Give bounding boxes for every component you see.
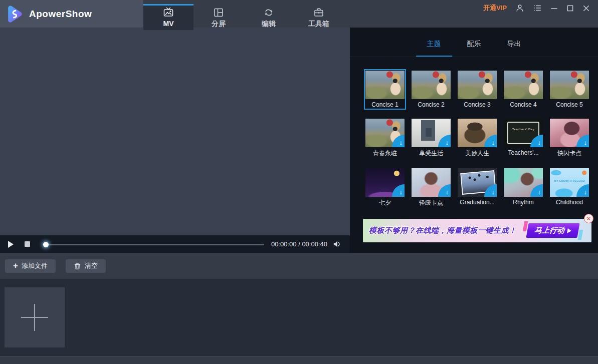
theme-item-childhood[interactable]: MY GROWTH RECORD Childhood [548, 167, 590, 209]
progress-thumb[interactable] [43, 242, 49, 247]
brand: ApowerShow [0, 0, 143, 28]
theme-item-wonderful-life[interactable]: 美妙人生 [456, 117, 498, 159]
theme-label: Concise 1 [365, 101, 405, 108]
theme-item-teachers-day[interactable]: Teachers' Day Teachers'... [502, 117, 544, 159]
theme-thumbnail [550, 71, 589, 99]
video-preview [0, 28, 350, 235]
theme-label: Childhood [550, 199, 589, 206]
banner-close-icon[interactable]: ✕ [584, 214, 593, 223]
app-logo-icon [5, 4, 24, 24]
vip-button[interactable]: 开通VIP [483, 4, 507, 13]
tab-label: 工具箱 [308, 20, 329, 29]
toolbox-icon [313, 7, 325, 19]
thumbnail-caption: MY GROWTH RECORD [550, 179, 589, 182]
theme-item-concise-3[interactable]: Concise 3 [456, 69, 498, 110]
promo-action-button[interactable]: 马上行动 [526, 223, 579, 238]
theme-item-concise-2[interactable]: Concise 2 [410, 69, 452, 110]
sync-icon [263, 7, 275, 19]
theme-label: 美妙人生 [458, 149, 497, 158]
play-button[interactable] [8, 241, 14, 248]
tab-mv[interactable]: MV [143, 4, 193, 30]
theme-thumbnail: MY GROWTH RECORD [550, 168, 589, 197]
add-files-button[interactable]: + 添加文件 [5, 259, 56, 273]
theme-item-concise-4[interactable]: Concise 4 [502, 69, 544, 110]
theme-item-enjoy-life[interactable]: 享受生活 [410, 117, 452, 159]
clear-button[interactable]: 清空 [66, 259, 106, 273]
tab-export[interactable]: 导出 [502, 40, 526, 57]
theme-label: Graduation... [458, 199, 497, 206]
app-title: ApowerShow [29, 9, 92, 20]
promo-action-label: 马上行动 [533, 226, 565, 235]
theme-grid: Concise 1 Concise 2 Concise 3 Concise 4 … [362, 69, 598, 209]
theme-label: 快闪卡点 [550, 149, 589, 158]
theme-thumbnail [458, 168, 497, 197]
user-icon[interactable] [515, 4, 524, 13]
theme-item-gentle-beat[interactable]: 轻缓卡点 [410, 167, 452, 209]
download-icon[interactable] [438, 184, 451, 197]
tab-label: 编辑 [262, 20, 276, 29]
theme-label: Concise 5 [550, 101, 589, 108]
tab-edit[interactable]: 编辑 [244, 4, 294, 30]
volume-icon[interactable] [332, 239, 342, 249]
theme-thumbnail [412, 71, 451, 99]
tab-theme[interactable]: 主题 [422, 40, 446, 57]
add-clip-placeholder[interactable] [5, 287, 65, 347]
theme-label: Teachers'... [504, 149, 543, 156]
download-icon[interactable] [530, 135, 543, 147]
download-icon[interactable] [484, 184, 497, 197]
theme-item-concise-5[interactable]: Concise 5 [548, 69, 590, 110]
download-icon[interactable] [392, 184, 405, 197]
play-arrow-icon [567, 228, 572, 233]
split-screen-icon [213, 7, 225, 19]
tab-split-screen[interactable]: 分屏 [193, 4, 244, 30]
theme-thumbnail [504, 71, 543, 99]
thumbnail-caption: Teachers' Day [504, 128, 543, 131]
trash-icon [74, 262, 81, 270]
theme-item-rhythm[interactable]: Rhythm [502, 167, 544, 209]
stop-button[interactable] [25, 241, 30, 247]
tab-toolbox[interactable]: 工具箱 [294, 4, 344, 30]
timeline-strip [0, 279, 598, 356]
theme-thumbnail [504, 168, 543, 197]
menu-list-icon[interactable] [533, 4, 542, 13]
download-icon[interactable] [576, 184, 589, 197]
theme-thumbnail [365, 71, 405, 99]
download-icon[interactable] [392, 135, 405, 147]
theme-label: Rhythm [504, 199, 543, 206]
download-icon[interactable] [576, 135, 589, 147]
download-icon[interactable] [484, 135, 497, 147]
plus-icon [21, 317, 48, 318]
clear-label: 清空 [85, 261, 98, 270]
theme-item-qixi[interactable]: 七夕 [364, 167, 406, 209]
main-tabs: MV 分屏 [143, 0, 344, 28]
tv-icon [162, 7, 174, 19]
theme-thumbnail [550, 119, 589, 147]
minimize-icon[interactable] [550, 5, 558, 12]
download-icon[interactable] [438, 135, 451, 147]
progress-track[interactable] [43, 244, 264, 245]
theme-thumbnail [412, 168, 451, 197]
maximize-icon[interactable] [566, 5, 574, 12]
theme-thumbnail [365, 168, 405, 197]
theme-item-graduation[interactable]: Graduation... [456, 167, 498, 209]
theme-panel: 主题 配乐 导出 Concise 1 Concise 2 Concise 3 [350, 28, 598, 253]
download-icon[interactable] [530, 184, 543, 197]
theme-thumbnail [458, 119, 497, 147]
status-bar [0, 356, 598, 364]
progress-slider[interactable] [43, 241, 264, 248]
time-display: 00:00:00 / 00:00:40 [271, 240, 327, 248]
panel-tabs: 主题 配乐 导出 [350, 28, 598, 57]
theme-item-youth[interactable]: 青春永驻 [364, 117, 406, 159]
theme-label: Concise 4 [504, 101, 543, 108]
theme-thumbnail [365, 119, 405, 147]
tab-label: 分屏 [212, 20, 226, 29]
theme-item-concise-1[interactable]: Concise 1 [364, 69, 406, 110]
tab-music[interactable]: 配乐 [462, 40, 486, 57]
promo-banner[interactable]: 模板不够用？在线端，海量模板一键生成！ 马上行动 ✕ [363, 219, 591, 242]
close-icon[interactable] [582, 5, 590, 12]
theme-label: 轻缓卡点 [412, 199, 451, 207]
theme-item-flash-beat[interactable]: 快闪卡点 [548, 117, 590, 159]
theme-thumbnail: Teachers' Day [504, 119, 543, 147]
theme-thumbnail [412, 119, 451, 147]
theme-thumbnail [458, 71, 497, 99]
